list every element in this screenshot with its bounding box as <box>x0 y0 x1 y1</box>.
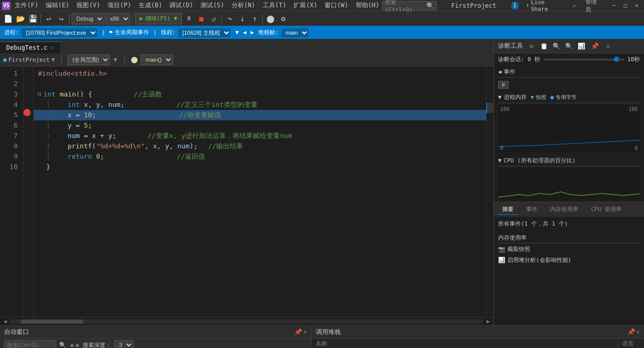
undo-btn[interactable]: ↩ <box>43 13 55 24</box>
stop-btn[interactable]: ■ <box>195 13 207 24</box>
minimize-button[interactable]: ─ <box>609 1 619 11</box>
lifecycle-label: 生命周期事件 <box>115 29 149 36</box>
live-share-button[interactable]: ⬆ Live Share <box>523 0 566 12</box>
sep2 <box>69 14 70 23</box>
settings-btn[interactable]: ⚙ <box>277 13 289 24</box>
scroll-right-btn[interactable]: ▶ <box>483 318 493 325</box>
search-box[interactable]: 搜索 (Ctrl+Q) 🔍 <box>382 1 437 10</box>
menu-item-view[interactable]: 视图(V) <box>73 0 103 11</box>
next-icon[interactable]: ▶ <box>250 29 254 36</box>
debug-config-select[interactable]: Debug <box>72 13 104 24</box>
menu-item-build[interactable]: 生成(B) <box>136 0 166 11</box>
forward-btn[interactable]: ▶ <box>76 342 80 349</box>
step-over-btn[interactable]: ↷ <box>224 13 235 24</box>
continue-button[interactable]: ▶ 继续(F5) ▼ <box>135 13 182 24</box>
menu-item-edit[interactable]: 编辑(E) <box>43 0 73 11</box>
events-collapse-icon[interactable]: ◀ <box>498 68 502 75</box>
menu-item-project[interactable]: 项目(P) <box>104 0 135 11</box>
platform-select[interactable]: x86 <box>105 13 130 24</box>
step-into-btn[interactable]: ↓ <box>236 13 248 24</box>
code-area[interactable]: #include<stdio.h> ⊟ int main () { //主函数 <box>34 66 486 317</box>
callstack-pin-icon[interactable]: 📌 <box>627 328 635 336</box>
restart-btn[interactable]: ↺ <box>208 13 219 24</box>
heap-btn[interactable]: 📊 启用堆分析(会影响性能) <box>498 255 640 265</box>
semi-4: ; <box>120 100 125 110</box>
auto-search-input[interactable] <box>4 340 56 348</box>
fold-button-3[interactable]: ⊟ <box>38 89 42 100</box>
callstack-select[interactable]: main <box>281 27 309 38</box>
memory-chart: 100 100 0 0 <box>498 105 640 152</box>
menu-item-tools[interactable]: 工具(T) <box>260 0 290 11</box>
maximize-button[interactable]: □ <box>620 1 630 11</box>
line-num-7: 7 <box>0 131 18 141</box>
menu-item-test[interactable]: 测试(S) <box>197 0 227 11</box>
close-diag-icon[interactable]: ✕ <box>603 41 613 51</box>
menu-item-extensions[interactable]: 扩展(X) <box>290 0 320 11</box>
diag-tab-cpu[interactable]: CPU 使用率 <box>587 204 626 215</box>
comma-8c: , <box>169 141 173 151</box>
save-all-btn[interactable]: 💾 <box>27 13 38 24</box>
pause-events-btn[interactable]: ⏸ <box>498 81 508 89</box>
session-label: 诊断会话: <box>498 55 525 63</box>
redo-btn[interactable]: ↪ <box>56 13 67 24</box>
breakpoint-btn[interactable]: ⬤ <box>265 13 276 24</box>
editor-tab-debugtest[interactable]: DebugTest.c ✕ <box>0 41 61 53</box>
pin-icon[interactable]: 📌 <box>589 41 600 51</box>
comment-7: //变量x, y进行加法运算，将结果赋给变量num <box>147 131 292 141</box>
diag-tab-events[interactable]: 事件 <box>522 204 542 215</box>
thread-select[interactable]: [10628] 主线程 <box>178 27 231 38</box>
depth-select[interactable]: 3 <box>114 340 133 348</box>
live-share-icon: ⬆ <box>526 2 530 9</box>
h-scrollbar-track[interactable] <box>10 319 483 324</box>
process-select[interactable]: [10780] FirstProject.exe <box>21 27 98 38</box>
zoom-out-icon[interactable]: 🔍 <box>564 41 574 51</box>
snapshot-icon[interactable]: 📋 <box>539 41 549 51</box>
open-btn[interactable]: 📂 <box>15 13 26 24</box>
pipe-6: | <box>46 120 50 131</box>
session-slider[interactable] <box>543 59 624 61</box>
new-file-btn[interactable]: 📄 <box>2 13 14 24</box>
process-item: 进程: [10780] FirstProject.exe <box>4 27 98 38</box>
auto-pin-icon[interactable]: 📌 <box>294 328 302 336</box>
pipe-9: | <box>46 151 50 162</box>
session-value: 0 秒 <box>528 55 540 63</box>
admin-button[interactable]: 管理员 <box>582 0 605 13</box>
pause-btn[interactable]: ⏸ <box>183 13 194 24</box>
function-select[interactable]: main() <box>141 54 173 65</box>
memory-collapse-icon[interactable]: ▼ <box>498 94 502 101</box>
diag-tab-memory[interactable]: 内存使用率 <box>546 204 583 215</box>
semi-7: ; <box>112 131 116 141</box>
menu-item-analyze[interactable]: 分析(N) <box>229 0 259 11</box>
menu-item-file[interactable]: 文件(F) <box>11 0 42 11</box>
screenshot-btn[interactable]: 📷 截取快照 <box>498 243 640 255</box>
scroll-left-btn[interactable]: ◀ <box>0 318 10 325</box>
diagnostics-tabs: 摘要 事件 内存使用率 CPU 使用率 <box>494 202 644 217</box>
auto-close-icon[interactable]: ✕ <box>303 328 307 336</box>
breakpoint-indicator[interactable] <box>23 109 31 116</box>
menu-item-window[interactable]: 窗口(W) <box>321 0 352 11</box>
close-button[interactable]: ✕ <box>632 1 642 11</box>
cpu-collapse-icon[interactable]: ▼ <box>498 157 502 164</box>
diag-tab-summary[interactable]: 摘要 <box>498 204 518 215</box>
chart-icon[interactable]: 📊 <box>576 41 586 51</box>
scope-select[interactable]: (全局范围) <box>68 54 110 65</box>
menu-item-debug[interactable]: 调试(D) <box>166 0 196 11</box>
slider-handle[interactable] <box>614 57 619 62</box>
memory-title: 进程内存 <box>504 93 527 101</box>
notification-badge[interactable]: 1 <box>511 2 519 10</box>
share-icon[interactable]: ↗ <box>570 2 578 10</box>
snapshot-icon-btn[interactable]: ▼ <box>531 94 534 100</box>
zoom-in-icon[interactable]: 🔍 <box>551 41 561 51</box>
back-btn[interactable]: ◀ <box>70 342 73 349</box>
step-out-btn[interactable]: ↑ <box>249 13 260 24</box>
camera-icon: 📷 <box>498 246 505 253</box>
menu-item-help[interactable]: 帮助(H) <box>353 0 383 11</box>
menu-bar-left: VS 文件(F) 编辑(E) 视图(V) 项目(P) 生成(B) 调试(D) 测… <box>2 0 382 11</box>
auto-search-bar: 🔍 ◀ ▶ 搜索深度： 3 <box>0 339 311 348</box>
callstack-close-icon[interactable]: ✕ <box>636 328 640 336</box>
settings-icon[interactable]: ⚙ <box>526 41 536 51</box>
code-line-10: } <box>38 162 482 172</box>
prev-icon[interactable]: ◀ <box>243 29 247 36</box>
editor-scrollbar[interactable] <box>486 66 493 317</box>
h-scrollbar-thumb[interactable] <box>21 319 83 324</box>
